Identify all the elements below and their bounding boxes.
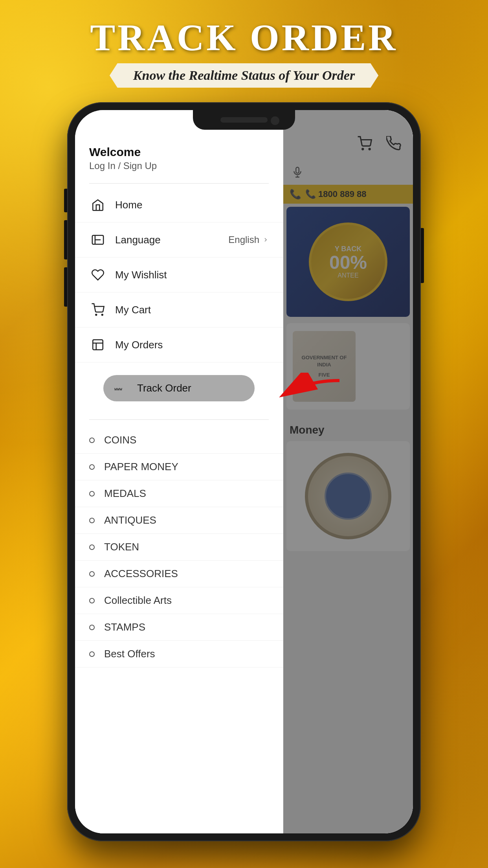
phone-banner: 📞 📞 1800 889 88 <box>283 185 413 204</box>
paper-money-label: PAPER MONEY <box>104 461 178 473</box>
red-arrow <box>261 373 347 410</box>
compass-image <box>305 453 391 539</box>
antiques-label: ANTIQUES <box>104 514 156 526</box>
paper-money-section: Money <box>283 416 413 554</box>
app-cart-icon[interactable] <box>355 134 374 153</box>
stamps-label: STAMPS <box>104 621 145 633</box>
home-icon <box>89 196 106 213</box>
page-title-banner: Know the Realtime Status of Your Order <box>110 63 378 88</box>
dot-icon <box>89 544 95 550</box>
dot-icon <box>89 438 95 443</box>
drawer-item-cart[interactable]: My Cart <box>75 292 283 327</box>
compass-inner <box>325 473 372 520</box>
track-order-label: Track Order <box>137 382 191 394</box>
app-header <box>283 110 413 160</box>
dot-icon <box>89 518 95 523</box>
best-offers-label: Best Offers <box>104 648 155 660</box>
compass-card <box>286 441 410 551</box>
india-line1: GOVERNMENT OF INDIA <box>296 354 352 368</box>
cart-label: My Cart <box>115 304 269 316</box>
track-order-button[interactable]: www Track Order <box>103 375 255 401</box>
chevron-right-icon <box>262 237 269 243</box>
home-label: Home <box>115 199 269 211</box>
svg-point-6 <box>362 149 363 150</box>
guarantee-circle: Y BACK 00% ANTEE <box>309 223 387 301</box>
drawer-header: Welcome Log In / Sign Up <box>75 134 283 179</box>
drawer-item-paper-money[interactable]: PAPER MONEY <box>75 454 283 480</box>
language-icon <box>89 231 106 248</box>
guarantee-badge: Y BACK 00% ANTEE <box>286 207 410 317</box>
page-title-area: TRACK ORDER Know the Realtime Status of … <box>0 16 488 88</box>
coins-label: COINS <box>104 434 136 446</box>
power-button[interactable] <box>421 228 424 283</box>
app-panel: 📞 📞 1800 889 88 Y BACK 00% ANTEE GOVERNM… <box>283 110 413 833</box>
collectible-arts-label: Collectible Arts <box>104 594 172 607</box>
dot-icon <box>89 625 95 630</box>
drawer-divider-1 <box>89 183 269 184</box>
phone-screen: Welcome Log In / Sign Up Home <box>75 110 413 833</box>
wishlist-label: My Wishlist <box>115 269 269 281</box>
drawer-panel: Welcome Log In / Sign Up Home <box>75 110 283 833</box>
svg-text:www: www <box>114 386 122 392</box>
drawer-item-coins[interactable]: COINS <box>75 427 283 454</box>
drawer-item-token[interactable]: TOKEN <box>75 534 283 561</box>
drawer-divider-2 <box>89 419 269 420</box>
svg-point-2 <box>102 314 103 315</box>
drawer-item-best-offers[interactable]: Best Offers <box>75 641 283 668</box>
category-section: COINS PAPER MONEY MEDALS ANTIQUES TOKEN <box>75 427 283 668</box>
cart-icon <box>89 301 106 318</box>
orders-icon <box>89 336 106 353</box>
drawer-item-antiques[interactable]: ANTIQUES <box>75 507 283 534</box>
www-icon: www <box>114 383 131 394</box>
page-subtitle: Know the Realtime Status of Your Order <box>133 68 355 83</box>
drawer-item-accessories[interactable]: ACCESSORIES <box>75 561 283 587</box>
phone-number-text: 📞 1800 889 88 <box>305 189 366 199</box>
drawer-item-medals[interactable]: MEDALS <box>75 480 283 507</box>
language-value-area: English <box>228 234 269 245</box>
svg-point-1 <box>95 314 97 315</box>
phone-notch <box>193 110 295 130</box>
dot-icon <box>89 464 95 470</box>
dot-icon <box>89 491 95 497</box>
orders-label: My Orders <box>115 339 269 351</box>
drawer-welcome-text: Welcome <box>89 145 269 159</box>
heart-icon <box>89 266 106 283</box>
phone-speaker <box>220 117 268 123</box>
svg-point-7 <box>369 149 370 150</box>
svg-rect-8 <box>296 167 299 173</box>
volume-down-button[interactable] <box>64 267 67 307</box>
drawer-item-stamps[interactable]: STAMPS <box>75 614 283 641</box>
svg-rect-3 <box>93 340 103 350</box>
accessories-label: ACCESSORIES <box>104 568 178 580</box>
badge-text-big: 00% <box>329 253 367 272</box>
dot-icon <box>89 571 95 577</box>
section-header-money: Money <box>286 419 410 441</box>
dot-icon <box>89 598 95 603</box>
drawer-item-home[interactable]: Home <box>75 188 283 223</box>
search-row <box>283 160 413 185</box>
volume-up-button[interactable] <box>64 220 67 259</box>
volume-mute-button[interactable] <box>64 189 67 212</box>
mic-icon[interactable] <box>290 164 305 180</box>
language-value: English <box>228 234 259 245</box>
language-label: Language <box>115 234 228 246</box>
drawer-item-orders[interactable]: My Orders <box>75 327 283 362</box>
drawer-item-language[interactable]: Language English <box>75 223 283 257</box>
medals-label: MEDALS <box>104 487 146 500</box>
phone-banner-icon: 📞 <box>290 189 301 200</box>
front-camera <box>271 116 279 125</box>
app-phone-icon[interactable] <box>384 134 404 153</box>
dot-icon <box>89 651 95 657</box>
page-title: TRACK ORDER <box>0 16 488 59</box>
drawer-item-collectible-arts[interactable]: Collectible Arts <box>75 587 283 614</box>
drawer-item-wishlist[interactable]: My Wishlist <box>75 257 283 292</box>
phone-mockup: Welcome Log In / Sign Up Home <box>67 102 421 841</box>
token-label: TOKEN <box>104 541 139 553</box>
section-title-money: Money <box>290 424 325 436</box>
badge-text-bottom: ANTEE <box>338 272 358 279</box>
drawer-login-signup[interactable]: Log In / Sign Up <box>89 160 269 171</box>
